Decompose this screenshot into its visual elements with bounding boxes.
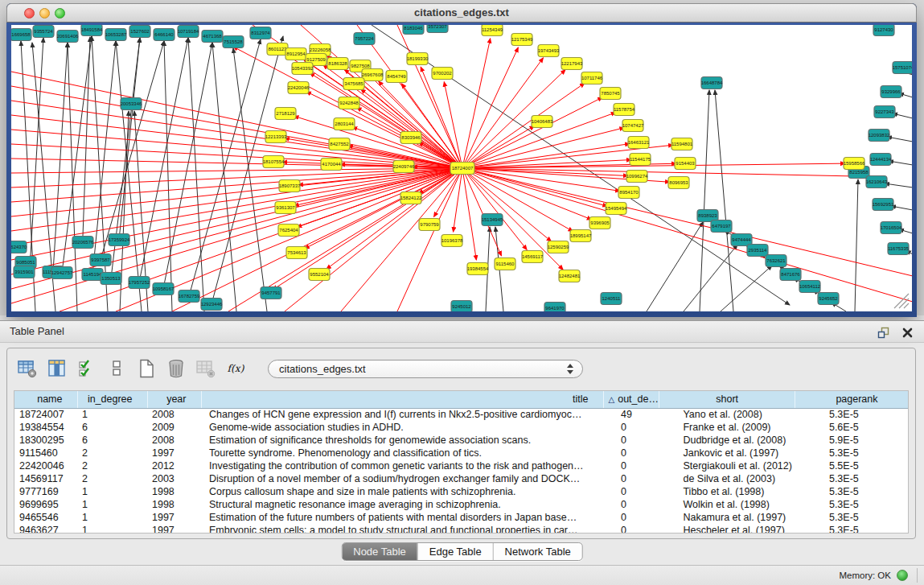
table-cell: 1	[77, 498, 147, 511]
table-cell: 0	[603, 498, 659, 511]
graph-node-label: 10958167	[153, 286, 175, 291]
table-row[interactable]: 1938455462009Genome-wide association stu…	[14, 421, 909, 434]
graph-edge-red[interactable]	[462, 47, 518, 168]
tab-network-table[interactable]: Network Table	[494, 543, 582, 560]
graph-node-label: 3572307	[428, 25, 447, 29]
table-cell: 22420046	[14, 459, 77, 472]
import-table-button-disabled[interactable]	[195, 358, 216, 379]
table-row[interactable]: 977716911998Corpus callosum shape and si…	[14, 485, 909, 498]
table-row[interactable]: 969969511998Structural magnetic resonanc…	[14, 498, 909, 511]
graph-edge-black[interactable]	[889, 161, 912, 165]
graph-edge-black[interactable]	[163, 43, 212, 289]
column-header-short[interactable]: short	[659, 391, 795, 408]
graph-edge-black[interactable]	[855, 179, 858, 311]
zoom-window-button[interactable]	[55, 8, 65, 19]
table-cell: 5.6E-5	[795, 421, 909, 434]
graph-edge-red[interactable]	[11, 168, 462, 202]
graph-edge-red[interactable]	[361, 89, 462, 168]
graph-edge-black[interactable]	[233, 48, 267, 311]
table-select-dropdown[interactable]: citations_edges.txt	[268, 360, 583, 378]
graph-edge-red[interactable]	[172, 168, 462, 311]
graph-node-label: 8096953	[669, 180, 688, 185]
table-cell: de Silva et al. (2003)	[659, 472, 795, 485]
table-cell: 9699695	[14, 498, 77, 511]
table-cell: Changes of HCN gene expression and I(f) …	[201, 408, 603, 421]
resize-grip-icon[interactable]	[894, 294, 909, 308]
column-header-out_de[interactable]: △out_de…	[603, 391, 659, 408]
graph-node-label: 9361307	[276, 205, 295, 210]
graph-edge-red[interactable]	[462, 168, 476, 260]
graph-edge-red[interactable]	[11, 72, 462, 168]
table-cell: 2	[77, 447, 147, 459]
table-row[interactable]: 946554611997Estimation of the future num…	[14, 511, 909, 524]
graph-node-label: 16463121	[628, 140, 650, 145]
graph-edge-black[interactable]	[139, 38, 188, 282]
table-cell: Stergiakouli et al. (2012)	[659, 459, 795, 472]
delete-table-button[interactable]	[166, 358, 187, 379]
table-row[interactable]: 1456911722003Disruption of a novel membe…	[14, 472, 909, 485]
row-height-button[interactable]	[106, 358, 127, 379]
new-table-button[interactable]	[136, 358, 157, 379]
graph-edge-red[interactable]	[285, 168, 462, 311]
graph-edge-black[interactable]	[164, 41, 172, 311]
graph-node-label: 9397587	[91, 257, 110, 262]
graph-edge-black[interactable]	[189, 39, 261, 296]
table-settings-button[interactable]	[17, 358, 38, 379]
table-row[interactable]: 911546021997Tourette syndrome. Phenomeno…	[14, 447, 909, 459]
column-header-year[interactable]: year	[147, 391, 201, 408]
graph-edge-red[interactable]	[11, 168, 462, 289]
graph-node-label: 6479197	[712, 224, 731, 229]
graph-node-label: 22409746	[393, 164, 415, 169]
graph-node-label: 15134945	[482, 217, 503, 222]
table-cell: Embryonic stem cells: a model to study s…	[201, 524, 603, 534]
graph-edge-black[interactable]	[212, 43, 236, 311]
table-cell: 1997	[147, 524, 201, 534]
graph-node-label: 10543392	[292, 66, 314, 71]
close-panel-icon[interactable]	[900, 325, 914, 340]
column-header-in_degree[interactable]: in_degree	[77, 391, 147, 408]
graph-node-label: 12213393	[265, 134, 287, 139]
graph-edge-red[interactable]	[397, 25, 462, 168]
graph-node-label: 20053346	[121, 101, 142, 106]
graph-node-label: 19384554	[467, 266, 489, 271]
graph-edge-black[interactable]	[887, 137, 912, 142]
table-row[interactable]: 1872400712008Changes of HCN gene express…	[14, 408, 909, 421]
column-header-title[interactable]: title	[201, 391, 603, 408]
table-cell: Hescheler et al. (1997)	[659, 524, 795, 534]
table-row[interactable]: 946362711997Embryonic stem cells: a mode…	[14, 524, 909, 534]
memory-status-indicator[interactable]	[897, 570, 908, 581]
show-columns-button[interactable]	[47, 358, 68, 379]
table-cell: 9777169	[14, 485, 77, 498]
table-cell: Genome-wide association studies in ADHD.	[201, 421, 603, 434]
float-panel-icon[interactable]	[876, 325, 890, 340]
tab-edge-table[interactable]: Edge Table	[418, 543, 494, 560]
table-cell: Nakamura et al. (1997)	[659, 511, 795, 524]
close-window-button[interactable]	[24, 8, 35, 19]
graph-node-label: 11254349	[482, 27, 503, 32]
column-header-pagerank[interactable]: pagerank	[795, 391, 909, 408]
graph-node-label: 17359924	[109, 237, 130, 242]
tab-node-table[interactable]: Node Table	[342, 543, 418, 560]
graph-edge-black[interactable]	[891, 206, 912, 210]
node-table-container: namein_degreeyeartitle△out_de…shortpager…	[14, 390, 909, 534]
graph-edge-black[interactable]	[700, 90, 709, 311]
function-builder-button[interactable]: f(x)	[225, 358, 246, 379]
minimize-window-button[interactable]	[39, 8, 50, 19]
graph-node-label: 8215958	[849, 170, 869, 175]
graph-edge-black[interactable]	[885, 183, 912, 187]
graph-edge-black[interactable]	[721, 266, 772, 311]
graph-node-label: 10719184	[178, 29, 199, 34]
table-cell: 5.3E-5	[795, 511, 909, 524]
graph-edge-red[interactable]	[462, 168, 527, 249]
graph-edge-red[interactable]	[11, 168, 462, 245]
window-titlebar[interactable]: citations_edges.txt	[6, 3, 917, 23]
table-row[interactable]: 1830029562008Estimation of significance …	[14, 434, 909, 447]
select-rows-button[interactable]	[76, 358, 97, 379]
column-header-name[interactable]: name	[14, 391, 77, 408]
table-row[interactable]: 2242004622012Investigating the contribut…	[14, 459, 909, 472]
graph-node-label: 12444134	[870, 157, 892, 162]
graph-edge-black[interactable]	[684, 245, 737, 311]
graph-edge-red[interactable]	[462, 168, 573, 232]
network-canvas[interactable]: 1872400716696589355724206914061849158410…	[11, 25, 912, 311]
graph-edge-black[interactable]	[715, 90, 733, 311]
